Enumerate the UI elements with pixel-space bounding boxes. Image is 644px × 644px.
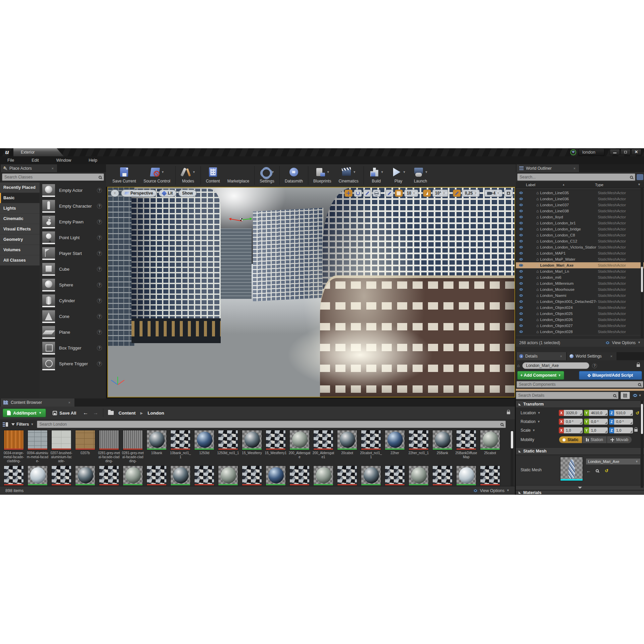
outliner-row-london-mari-axe[interactable]: ⌂London_Mari_AxeStaticMeshActor (516, 262, 644, 268)
saved-search-button[interactable] (637, 174, 643, 180)
place-actor-sphere-trigger[interactable]: Sphere Trigger? (40, 356, 106, 372)
asset-tile-25cabot[interactable]: 25cabot (479, 430, 501, 464)
breadcrumb-london[interactable]: London (148, 411, 164, 416)
toolbar-save-current-button[interactable]: Save Current (109, 166, 140, 183)
z-value-field[interactable]: Z510,0 (609, 410, 633, 416)
scale-snap-value[interactable]: 0,25▼ (462, 190, 480, 197)
outliner-row-london-london-c12[interactable]: ⌂London_London_C12StaticMeshActor (516, 238, 644, 244)
asset-tile-10bank[interactable]: 10bank (146, 430, 168, 464)
outliner-row-london-moorhouse[interactable]: ⌂London_MoorhouseStaticMeshActor (516, 286, 644, 292)
sidebar-item-recently-placed[interactable]: Recently Placed (0, 182, 40, 193)
place-actor-empty-pawn[interactable]: Empty Pawn? (40, 214, 106, 230)
scale-lock-icon[interactable] (634, 429, 638, 432)
z-value[interactable]: 510,0 (614, 410, 633, 416)
transform-section-header[interactable]: Transform (516, 400, 644, 408)
rotation-snap-button[interactable] (423, 190, 431, 197)
place-actor-empty-actor[interactable]: Empty Actor? (40, 182, 106, 198)
visibility-eye-icon[interactable] (519, 318, 523, 321)
use-selected-icon[interactable]: ← (586, 469, 591, 473)
outliner-row-london-map-water[interactable]: ⌂London_MaP_WaterStaticMeshActor (516, 256, 644, 262)
visibility-eye-icon[interactable] (519, 324, 523, 327)
grid-snap-button[interactable] (395, 190, 403, 197)
asset-tile-0281-grey-metal-facade-cladding[interactable]: 0281-grey-metal-facade-cladding- (122, 430, 144, 464)
grid-snap-value[interactable]: 10▼ (404, 190, 418, 197)
toolbar-blueprints-button[interactable]: ▼Blueprints (310, 166, 335, 183)
camera-speed-button[interactable]: 4▼ (484, 190, 502, 197)
asset-tile-20cabot[interactable]: 20cabot (336, 430, 358, 464)
outliner-row-london-london-bridge[interactable]: ⌂London_London_bridgeStaticMeshActor (516, 226, 644, 232)
close-button[interactable]: ✕ (631, 149, 641, 155)
dropdown-arrow-icon[interactable]: ▼ (381, 171, 384, 174)
visibility-eye-icon[interactable] (519, 204, 523, 206)
outliner-search-input[interactable]: Search... (517, 173, 635, 181)
asset-tile[interactable] (74, 466, 96, 486)
asset-tile-0281-grey-metal-facade-cladding[interactable]: 0281-grey-metal-facade-cladding- (98, 430, 120, 464)
outliner-view-options-button[interactable]: View Options ▼ (605, 340, 641, 345)
dropdown-arrow-icon[interactable]: ▼ (425, 171, 428, 174)
asset-tile-20cabot-ncl1-1[interactable]: 20cabot_ncl1_1 (360, 430, 382, 464)
sidebar-item-volumes[interactable]: Volumes (0, 245, 40, 255)
asset-tile[interactable] (193, 466, 215, 486)
move-tool-button[interactable] (344, 190, 353, 197)
asset-tile[interactable] (408, 466, 430, 486)
search-assets-input[interactable]: Search London (37, 421, 506, 428)
z-value-field[interactable]: Z0,0 ° (609, 419, 633, 425)
place-actor-player-start[interactable]: Player Start? (40, 246, 106, 261)
scrollbar-thumb[interactable] (641, 267, 643, 292)
asset-tile[interactable] (122, 466, 144, 486)
sidebar-item-cinematic[interactable]: Cinematic (0, 214, 40, 224)
property-matrix-button[interactable] (621, 392, 630, 399)
dropdown-arrow-icon[interactable]: ▼ (403, 171, 406, 174)
column-type[interactable]: Type (595, 183, 603, 187)
place-actor-cone[interactable]: Cone? (40, 309, 106, 324)
asset-tile-200-aldersgate1[interactable]: 200_Aldersgate1 (312, 430, 334, 464)
asset-tile[interactable] (336, 466, 358, 486)
scrollbar-thumb[interactable] (511, 431, 513, 448)
help-icon[interactable]: ? (97, 251, 102, 256)
asset-tile-25bank[interactable]: 25Bank (431, 430, 453, 464)
y-value[interactable]: 0,0 ° (589, 419, 608, 425)
menu-help[interactable]: Help (89, 158, 97, 163)
place-actor-sphere[interactable]: Sphere? (40, 277, 106, 293)
outliner-row-london-millennium[interactable]: ⌂London_MillenniumStaticMeshActor (516, 280, 644, 286)
static-mesh-section-header[interactable]: Static Mesh (516, 447, 644, 455)
visibility-eye-icon[interactable] (519, 252, 523, 255)
asset-tile-0207-brushed-aluminium-facade[interactable]: 0207-brushed-aluminium-facade- (50, 430, 72, 464)
x-value-field[interactable]: X1,0 (559, 427, 583, 433)
surface-snap-button[interactable] (385, 190, 393, 197)
asset-tile-1250ld-ncl1-1[interactable]: 1250ld_ncl1_1 (217, 430, 239, 464)
y-value-field[interactable]: Y0,0 ° (584, 419, 608, 425)
toolbar-launch-button[interactable]: ▼Launch (410, 166, 432, 183)
outliner-row-london-object001-detached274[interactable]: ⌂London_Object001_Detached274StaticMeshA… (516, 299, 644, 305)
sidebar-item-geometry[interactable]: Geometry (0, 234, 40, 245)
y-value-field[interactable]: Y1,0 (584, 427, 608, 433)
visibility-eye-icon[interactable] (519, 294, 523, 297)
outliner-row-london-object028[interactable]: ⌂London_Object028StaticMeshActor (516, 329, 644, 335)
search-components-input[interactable]: Search Components (517, 381, 643, 388)
transform-label[interactable]: Rotation▼ (516, 419, 559, 424)
sources-panel-icon[interactable] (3, 422, 8, 427)
toolbar-build-button[interactable]: ▼Build (365, 166, 387, 183)
breadcrumb-content[interactable]: Content (118, 411, 136, 416)
visibility-eye-icon[interactable] (519, 240, 523, 243)
asset-tile[interactable] (265, 466, 287, 486)
outliner-row-london-line037[interactable]: ⌂London_Line037StaticMeshActor (516, 202, 644, 208)
visibility-eye-icon[interactable] (519, 234, 523, 236)
help-icon[interactable]: ? (97, 314, 102, 319)
dropdown-arrow-icon[interactable]: ▼ (193, 171, 196, 174)
place-actor-cube[interactable]: Cube? (40, 261, 106, 277)
filters-button[interactable]: Filters ▼ (11, 422, 34, 427)
outliner-row-london-object027[interactable]: ⌂London_Object027StaticMeshActor (516, 323, 644, 329)
toolbar-datasmith-button[interactable]: Datasmith (281, 166, 307, 183)
transform-gizmo[interactable] (231, 216, 251, 224)
browse-to-asset-icon[interactable] (596, 469, 599, 472)
visibility-eye-icon[interactable] (519, 282, 523, 285)
help-icon[interactable]: ? (97, 219, 102, 224)
asset-tile-15-westferry[interactable]: 15_Westferry (241, 430, 263, 464)
back-button[interactable]: ← (83, 410, 88, 416)
asset-tile[interactable] (3, 466, 25, 486)
visibility-eye-icon[interactable] (519, 228, 523, 230)
world-space-button[interactable] (373, 190, 381, 197)
asset-tile-15-westferry1[interactable]: 15_Westferry1 (265, 430, 287, 464)
outliner-row-london-line036[interactable]: ⌂London_Line036StaticMeshActor (516, 196, 644, 202)
